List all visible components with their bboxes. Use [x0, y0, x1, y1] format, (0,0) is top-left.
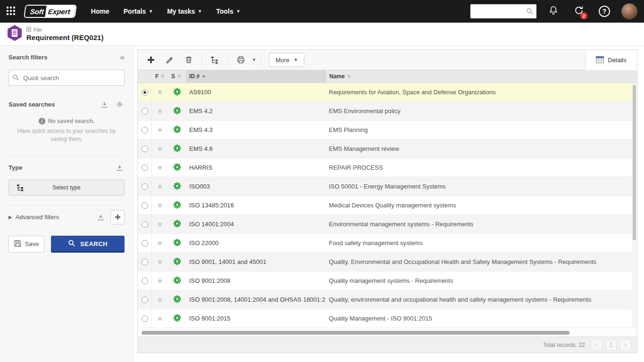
nav-my-tasks[interactable]: My tasks▼ — [167, 8, 202, 15]
favorite-star-icon[interactable]: ★ — [152, 102, 168, 120]
row-id: HARRIS — [186, 158, 326, 177]
table-row[interactable]: ★ ISO 9001, 14001 and 45001 Quality, Env… — [138, 253, 637, 272]
row-id: ISO 9001:2008, 14001:2004 and OHSAS 1800… — [186, 290, 326, 309]
row-name: Quality Management - ISO 9001:2015 — [326, 309, 637, 328]
favorite-star-icon[interactable]: ★ — [152, 253, 168, 271]
previous-page-button[interactable]: ‹ — [591, 339, 602, 351]
row-radio[interactable] — [142, 315, 148, 322]
row-radio[interactable] — [142, 146, 148, 152]
table-row[interactable]: ★ ISO003 ISO 50001 - Energy Management S… — [138, 177, 637, 196]
row-id: ISO 14001:2004 — [186, 215, 326, 233]
print-dropdown-icon[interactable]: ▼ — [252, 58, 256, 62]
favorite-star-icon[interactable]: ★ — [152, 83, 168, 101]
user-avatar[interactable] — [621, 3, 637, 19]
favorite-star-icon[interactable]: ★ — [152, 177, 168, 196]
row-name: Requirements for Aviation, Space and Def… — [326, 83, 637, 101]
table-row[interactable]: ★ ISO 22000 Food safety management syste… — [138, 234, 637, 253]
apps-grid-icon[interactable] — [7, 7, 16, 16]
row-radio[interactable] — [142, 89, 148, 96]
row-radio[interactable] — [142, 240, 148, 247]
records-panel: ▼ More ▼ Details F⇅ — [137, 49, 637, 353]
pending-tasks-button[interactable]: 2 — [570, 3, 587, 20]
structure-view-button[interactable] — [206, 52, 223, 68]
favorite-star-icon[interactable]: ★ — [152, 215, 168, 233]
row-radio[interactable] — [142, 221, 148, 228]
row-radio[interactable] — [142, 108, 148, 115]
table-row[interactable]: ★ ISO 9001:2008, 14001:2004 and OHSAS 18… — [138, 290, 637, 309]
favorite-star-icon[interactable]: ★ — [152, 309, 168, 328]
sidebar-title: Search filters — [8, 54, 120, 61]
save-search-button[interactable]: Save — [8, 236, 44, 253]
favorite-star-icon[interactable]: ★ — [152, 158, 168, 177]
help-button[interactable]: ? — [596, 3, 613, 20]
table-row[interactable]: ★ ISO 14001:2004 Environmental managemen… — [138, 215, 637, 234]
collapse-sidebar-button[interactable]: « — [120, 53, 125, 61]
table-row[interactable]: ★ HARRIS REPAIR PROCESS — [138, 158, 637, 177]
import-icon[interactable] — [95, 212, 106, 222]
favorite-star-icon[interactable]: ★ — [152, 121, 168, 139]
favorite-star-icon[interactable]: ★ — [152, 234, 168, 252]
column-header-favorite[interactable]: F⇅ — [152, 70, 168, 82]
row-radio[interactable] — [142, 278, 148, 284]
gear-icon[interactable] — [114, 99, 125, 109]
row-radio[interactable] — [142, 165, 148, 171]
column-header-name[interactable]: Name⇅ — [326, 70, 637, 82]
row-radio[interactable] — [142, 296, 148, 303]
row-id: ISO 9001, 14001 and 45001 — [186, 253, 326, 271]
row-id: ISO 9001:2015 — [186, 309, 326, 328]
table-body: ★ AS9100 Requirements for Aviation, Spac… — [138, 83, 637, 329]
next-page-button[interactable]: › — [620, 339, 631, 351]
table-row[interactable]: ★ AS9100 Requirements for Aviation, Spac… — [138, 83, 637, 102]
nav-portals[interactable]: Portals▼ — [124, 8, 153, 15]
horizontal-scrollbar[interactable] — [138, 329, 637, 337]
logo-soft-text: Soft — [25, 6, 47, 17]
nav-home[interactable]: Home — [91, 8, 109, 15]
table-row[interactable]: ★ EMS 4.3 EMS Planning — [138, 121, 637, 140]
add-button[interactable] — [142, 52, 159, 68]
import-icon[interactable] — [99, 99, 109, 109]
edit-button[interactable] — [161, 52, 178, 68]
status-released-icon — [173, 295, 181, 304]
vertical-scrollbar-thumb[interactable] — [633, 85, 636, 240]
add-filter-button[interactable] — [110, 210, 125, 224]
print-button[interactable] — [232, 52, 249, 68]
import-icon[interactable] — [114, 163, 125, 173]
horizontal-scrollbar-thumb[interactable] — [142, 331, 569, 335]
row-name: Quality, Environmental and Occupational … — [326, 253, 637, 271]
search-button[interactable]: SEARCH — [51, 236, 125, 253]
favorite-star-icon[interactable]: ★ — [152, 272, 168, 290]
favorite-star-icon[interactable]: ★ — [152, 290, 168, 309]
topbar: Soft Expert Home Portals▼ My tasks▼ Tool… — [0, 0, 644, 23]
row-radio[interactable] — [142, 183, 148, 190]
table-row[interactable]: ★ ISO 9001:2008 Quality management syste… — [138, 272, 637, 290]
column-header-status[interactable]: S⇅ — [168, 70, 186, 82]
global-search — [470, 4, 536, 18]
vertical-scrollbar[interactable] — [632, 84, 636, 328]
table-icon — [596, 56, 604, 65]
notifications-button[interactable] — [545, 3, 562, 20]
column-header-id[interactable]: ID #▼ — [186, 70, 326, 82]
advanced-filters-toggle[interactable]: ▶ Advanced filters — [8, 214, 95, 221]
quick-search-input[interactable] — [8, 70, 125, 86]
tab-details[interactable]: Details — [585, 50, 637, 70]
table-row[interactable]: ★ ISO 13485:2016 Medical Devices Quality… — [138, 196, 637, 215]
favorite-star-icon[interactable]: ★ — [152, 140, 168, 158]
nav-tools[interactable]: Tools▼ — [216, 8, 240, 15]
status-released-icon — [173, 182, 181, 191]
row-name: EMS Planning — [326, 121, 637, 139]
row-radio[interactable] — [142, 127, 148, 133]
row-radio[interactable] — [142, 202, 148, 209]
softexpert-logo[interactable]: Soft Expert — [24, 5, 77, 18]
search-icon — [526, 8, 534, 17]
favorite-star-icon[interactable]: ★ — [152, 196, 168, 214]
tree-icon — [17, 184, 24, 193]
more-button[interactable]: More ▼ — [269, 53, 305, 67]
status-released-icon — [173, 201, 181, 210]
row-radio[interactable] — [142, 259, 148, 265]
table-row[interactable]: ★ ISO 9001:2015 Quality Management - ISO… — [138, 309, 637, 328]
table-row[interactable]: ★ EMS 4.2 EMS Environmental policy — [138, 102, 637, 121]
table-row[interactable]: ★ EMS 4.6 EMS Management review — [138, 140, 637, 158]
select-type-button[interactable]: Select type — [8, 180, 125, 196]
delete-button[interactable] — [180, 52, 197, 68]
sort-icon: ⇅ — [177, 74, 181, 79]
